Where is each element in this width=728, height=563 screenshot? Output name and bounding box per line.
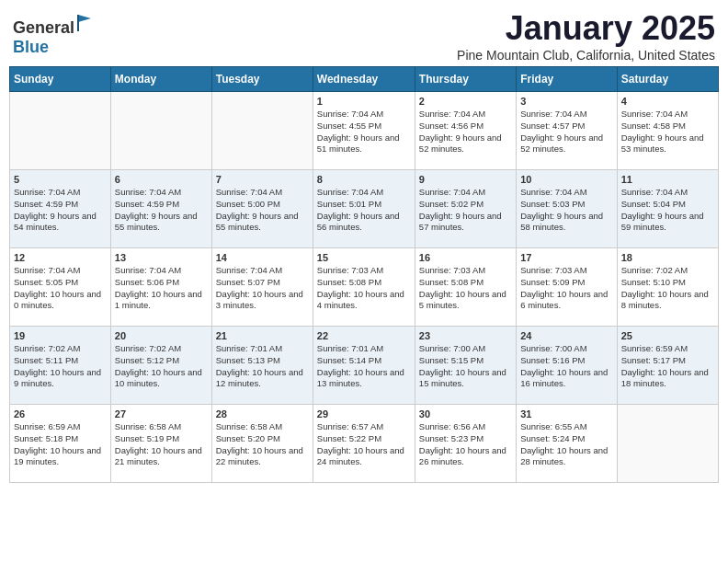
calendar-week-row: 5Sunrise: 7:04 AMSunset: 4:59 PMDaylight… xyxy=(10,170,719,248)
day-number: 27 xyxy=(115,408,208,419)
day-info: Sunrise: 7:04 AMSunset: 4:58 PMDaylight:… xyxy=(621,109,714,155)
day-number: 29 xyxy=(317,408,411,419)
day-info: Sunrise: 7:04 AMSunset: 5:04 PMDaylight:… xyxy=(621,187,714,234)
day-info: Sunrise: 6:58 AMSunset: 5:19 PMDaylight:… xyxy=(115,421,208,468)
svg-marker-0 xyxy=(78,15,91,22)
day-number: 11 xyxy=(621,174,714,185)
day-number: 2 xyxy=(419,96,512,107)
day-number: 8 xyxy=(317,174,411,185)
calendar-cell: 13Sunrise: 7:04 AMSunset: 5:06 PMDayligh… xyxy=(110,248,211,327)
day-number: 31 xyxy=(520,408,612,419)
day-info: Sunrise: 7:02 AMSunset: 5:11 PMDaylight:… xyxy=(14,343,107,390)
weekday-header-monday: Monday xyxy=(110,67,211,92)
day-number: 19 xyxy=(14,330,107,341)
day-info: Sunrise: 6:57 AMSunset: 5:22 PMDaylight:… xyxy=(317,421,411,468)
day-info: Sunrise: 7:04 AMSunset: 5:03 PMDaylight:… xyxy=(520,187,612,234)
calendar-cell xyxy=(110,92,211,170)
day-number: 26 xyxy=(14,408,107,419)
calendar-week-row: 1Sunrise: 7:04 AMSunset: 4:55 PMDaylight… xyxy=(10,92,719,170)
day-number: 13 xyxy=(115,252,208,263)
day-info: Sunrise: 7:03 AMSunset: 5:08 PMDaylight:… xyxy=(419,265,512,312)
day-info: Sunrise: 7:00 AMSunset: 5:16 PMDaylight:… xyxy=(520,343,612,390)
day-info: Sunrise: 7:04 AMSunset: 4:59 PMDaylight:… xyxy=(14,187,107,234)
day-number: 30 xyxy=(419,408,512,419)
day-info: Sunrise: 7:04 AMSunset: 5:05 PMDaylight:… xyxy=(14,265,107,312)
location-label: Pine Mountain Club, California, United S… xyxy=(457,48,715,63)
calendar-cell: 21Sunrise: 7:01 AMSunset: 5:13 PMDayligh… xyxy=(211,327,313,405)
calendar-cell: 27Sunrise: 6:58 AMSunset: 5:19 PMDayligh… xyxy=(110,405,211,483)
weekday-header-wednesday: Wednesday xyxy=(313,67,415,92)
weekday-header-thursday: Thursday xyxy=(415,67,516,92)
calendar-cell: 16Sunrise: 7:03 AMSunset: 5:08 PMDayligh… xyxy=(415,248,516,327)
calendar-cell: 2Sunrise: 7:04 AMSunset: 4:56 PMDaylight… xyxy=(415,92,516,170)
logo-flag-icon xyxy=(76,13,93,33)
calendar-cell: 18Sunrise: 7:02 AMSunset: 5:10 PMDayligh… xyxy=(617,248,718,327)
logo: General Blue xyxy=(13,9,93,57)
day-info: Sunrise: 7:01 AMSunset: 5:14 PMDaylight:… xyxy=(317,343,411,390)
day-info: Sunrise: 6:58 AMSunset: 5:20 PMDaylight:… xyxy=(216,421,309,468)
day-info: Sunrise: 7:04 AMSunset: 4:59 PMDaylight:… xyxy=(115,187,208,234)
logo-general-label: General xyxy=(13,18,74,37)
calendar-cell: 24Sunrise: 7:00 AMSunset: 5:16 PMDayligh… xyxy=(517,327,617,405)
calendar-cell xyxy=(211,92,313,170)
calendar-cell: 29Sunrise: 6:57 AMSunset: 5:22 PMDayligh… xyxy=(313,405,415,483)
day-number: 25 xyxy=(621,330,714,341)
day-number: 17 xyxy=(520,252,612,263)
day-info: Sunrise: 7:04 AMSunset: 4:57 PMDaylight:… xyxy=(520,109,612,155)
calendar-cell: 6Sunrise: 7:04 AMSunset: 4:59 PMDaylight… xyxy=(110,170,211,248)
day-info: Sunrise: 7:04 AMSunset: 5:00 PMDaylight:… xyxy=(216,187,309,234)
month-title: January 2025 xyxy=(457,9,715,48)
weekday-header-tuesday: Tuesday xyxy=(211,67,313,92)
calendar-cell: 11Sunrise: 7:04 AMSunset: 5:04 PMDayligh… xyxy=(617,170,718,248)
calendar-cell: 12Sunrise: 7:04 AMSunset: 5:05 PMDayligh… xyxy=(10,248,111,327)
calendar-cell: 20Sunrise: 7:02 AMSunset: 5:12 PMDayligh… xyxy=(110,327,211,405)
day-number: 10 xyxy=(520,174,612,185)
day-number: 6 xyxy=(115,174,208,185)
day-number: 21 xyxy=(216,330,309,341)
calendar-cell: 3Sunrise: 7:04 AMSunset: 4:57 PMDaylight… xyxy=(517,92,617,170)
calendar-week-row: 19Sunrise: 7:02 AMSunset: 5:11 PMDayligh… xyxy=(10,327,719,405)
calendar-cell: 10Sunrise: 7:04 AMSunset: 5:03 PMDayligh… xyxy=(517,170,617,248)
day-number: 9 xyxy=(419,174,512,185)
calendar-cell: 8Sunrise: 7:04 AMSunset: 5:01 PMDaylight… xyxy=(313,170,415,248)
day-number: 18 xyxy=(621,252,714,263)
calendar-cell: 30Sunrise: 6:56 AMSunset: 5:23 PMDayligh… xyxy=(415,405,516,483)
day-number: 16 xyxy=(419,252,512,263)
weekday-header-saturday: Saturday xyxy=(617,67,718,92)
day-number: 28 xyxy=(216,408,309,419)
day-info: Sunrise: 7:04 AMSunset: 5:02 PMDaylight:… xyxy=(419,187,512,234)
calendar-cell xyxy=(617,405,718,483)
calendar-cell: 26Sunrise: 6:59 AMSunset: 5:18 PMDayligh… xyxy=(10,405,111,483)
day-info: Sunrise: 7:00 AMSunset: 5:15 PMDaylight:… xyxy=(419,343,512,390)
day-number: 14 xyxy=(216,252,309,263)
calendar-cell: 4Sunrise: 7:04 AMSunset: 4:58 PMDaylight… xyxy=(617,92,718,170)
day-number: 24 xyxy=(520,330,612,341)
day-number: 1 xyxy=(317,96,411,107)
calendar-cell xyxy=(10,92,111,170)
calendar-week-row: 26Sunrise: 6:59 AMSunset: 5:18 PMDayligh… xyxy=(10,405,719,483)
calendar-cell: 9Sunrise: 7:04 AMSunset: 5:02 PMDaylight… xyxy=(415,170,516,248)
day-number: 22 xyxy=(317,330,411,341)
logo-blue-label: Blue xyxy=(13,38,49,56)
calendar-header-row: SundayMondayTuesdayWednesdayThursdayFrid… xyxy=(10,67,719,92)
calendar-cell: 23Sunrise: 7:00 AMSunset: 5:15 PMDayligh… xyxy=(415,327,516,405)
day-info: Sunrise: 7:04 AMSunset: 5:01 PMDaylight:… xyxy=(317,187,411,234)
day-number: 3 xyxy=(520,96,612,107)
day-info: Sunrise: 6:56 AMSunset: 5:23 PMDaylight:… xyxy=(419,421,512,468)
calendar-week-row: 12Sunrise: 7:04 AMSunset: 5:05 PMDayligh… xyxy=(10,248,719,327)
calendar-cell: 14Sunrise: 7:04 AMSunset: 5:07 PMDayligh… xyxy=(211,248,313,327)
day-info: Sunrise: 7:04 AMSunset: 4:55 PMDaylight:… xyxy=(317,109,411,155)
day-info: Sunrise: 6:55 AMSunset: 5:24 PMDaylight:… xyxy=(520,421,612,468)
calendar-cell: 19Sunrise: 7:02 AMSunset: 5:11 PMDayligh… xyxy=(10,327,111,405)
calendar-cell: 25Sunrise: 6:59 AMSunset: 5:17 PMDayligh… xyxy=(617,327,718,405)
day-info: Sunrise: 7:02 AMSunset: 5:12 PMDaylight:… xyxy=(115,343,208,390)
calendar-cell: 22Sunrise: 7:01 AMSunset: 5:14 PMDayligh… xyxy=(313,327,415,405)
day-info: Sunrise: 6:59 AMSunset: 5:17 PMDaylight:… xyxy=(621,343,714,390)
day-info: Sunrise: 7:01 AMSunset: 5:13 PMDaylight:… xyxy=(216,343,309,390)
day-number: 7 xyxy=(216,174,309,185)
weekday-header-sunday: Sunday xyxy=(10,67,111,92)
day-number: 23 xyxy=(419,330,512,341)
day-info: Sunrise: 7:04 AMSunset: 4:56 PMDaylight:… xyxy=(419,109,512,155)
day-number: 20 xyxy=(115,330,208,341)
page-header: General Blue January 2025 Pine Mountain … xyxy=(9,9,719,63)
